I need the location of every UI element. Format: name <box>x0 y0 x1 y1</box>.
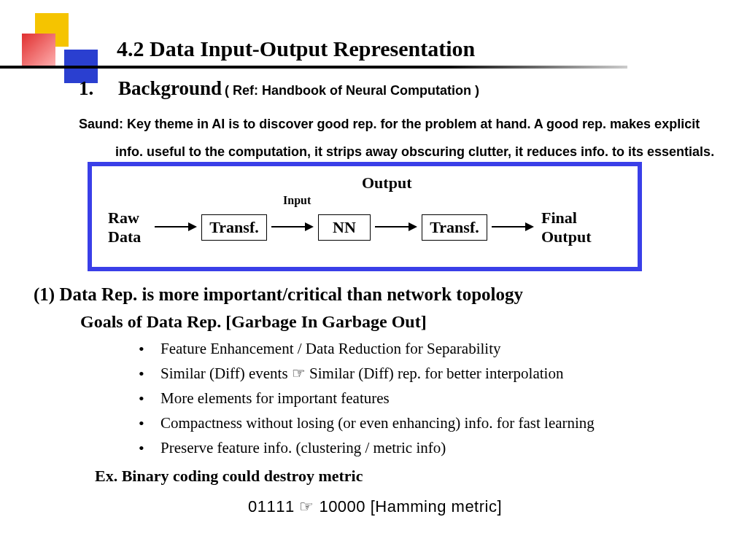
slide-title: 4.2 Data Input-Output Representation <box>117 36 475 61</box>
bullet-list: •Feature Enhancement / Data Reduction fo… <box>139 337 595 461</box>
arrow-3 <box>375 226 416 228</box>
pipeline-diagram: Raw Data Transf. Input NN Output Transf.… <box>88 162 642 271</box>
bullet-dot: • <box>139 386 160 411</box>
nn-box: NN <box>318 214 371 241</box>
saund-quote: Saund: Key theme in AI is to discover go… <box>79 111 721 166</box>
bullet-item: Similar (Diff) events ☞ Similar (Diff) r… <box>160 362 563 386</box>
point-1: (1) Data Rep. is more important/critical… <box>34 284 719 305</box>
hamming-example: 01111 ☞ 10000 [Hamming metric] <box>248 497 502 516</box>
section-1-title: Background <box>118 77 222 99</box>
transf-box-1: Transf. <box>201 214 267 241</box>
raw-data-label: Raw Data <box>108 209 141 246</box>
title-underline <box>0 66 627 69</box>
section-1-number: 1. <box>79 77 115 100</box>
bullet-dot: • <box>139 411 160 436</box>
output-label: Output <box>362 174 411 192</box>
arrow-4 <box>492 226 533 228</box>
bullet-dot: • <box>139 362 160 386</box>
arrow-2 <box>271 226 312 228</box>
transf-box-2: Transf. <box>422 214 487 241</box>
bullet-dot: • <box>139 337 160 362</box>
goals-heading: Goals of Data Rep. [Garbage In Garbage O… <box>80 312 427 332</box>
bullet-dot: • <box>139 436 160 461</box>
section-1-reference: ( Ref: Handbook of Neural Computation ) <box>225 83 479 98</box>
input-label: Input <box>283 194 311 207</box>
bullet-item: More elements for important features <box>160 386 390 411</box>
final-output-label: Final Output <box>541 209 591 246</box>
saund-line-1: Saund: Key theme in AI is to discover go… <box>79 117 700 131</box>
logo-red-square <box>22 34 55 67</box>
bullet-item: Feature Enhancement / Data Reduction for… <box>160 337 501 362</box>
arrow-1 <box>155 226 196 228</box>
bullet-item: Compactness without losing (or even enha… <box>160 411 595 436</box>
logo-decoration <box>22 13 88 71</box>
example-heading: Ex. Binary coding could destroy metric <box>95 467 363 486</box>
bullet-item: Preserve feature info. (clustering / met… <box>160 436 446 461</box>
section-1-heading: 1. Background ( Ref: Handbook of Neural … <box>79 77 479 100</box>
